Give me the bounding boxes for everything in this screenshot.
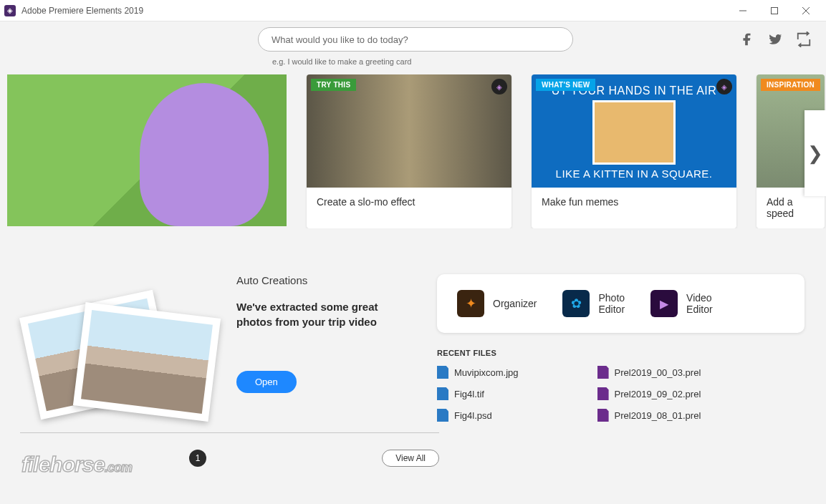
photo-editor-icon: ✿ [562, 290, 590, 317]
launch-video-editor[interactable]: ▶ VideoEditor [650, 290, 713, 317]
file-icon [437, 387, 448, 400]
chevron-right-icon: ❯ [807, 142, 823, 165]
polaroid-image [73, 302, 221, 422]
recent-col-left: Muvipixcom.jpg Fig4l.tif Fig4l.psd [437, 366, 519, 430]
file-icon [597, 409, 609, 422]
launch-photo-editor[interactable]: ✿ PhotoEditor [562, 290, 625, 317]
launch-organizer[interactable]: ✦ Organizer [457, 290, 537, 317]
recent-file[interactable]: Fig4l.psd [437, 409, 519, 422]
premiere-elements-icon: ◈ [491, 79, 507, 94]
launch-label: VideoEditor [686, 292, 713, 315]
card-caption: Make fun memes [532, 188, 736, 228]
auto-creations: Auto Creations We've extracted some grea… [236, 274, 416, 430]
recent-files: RECENT FILES Muvipixcom.jpg Fig4l.tif Fi… [437, 349, 805, 430]
share-icon[interactable] [796, 32, 812, 47]
badge-try-this: TRY THIS [311, 79, 356, 91]
badge-inspiration: INSPIRATION [761, 79, 820, 91]
recent-file[interactable]: Prel2019_08_01.prel [597, 409, 701, 422]
auto-creations-subtitle: We've extracted some great photos from y… [236, 299, 416, 329]
hero-image [140, 83, 269, 226]
file-icon [597, 387, 609, 400]
recent-file[interactable]: Muvipixcom.jpg [437, 366, 519, 379]
svg-rect-1 [772, 7, 778, 14]
titlebar: ◈ Adobe Premiere Elements 2019 [0, 0, 826, 21]
carousel-next-button[interactable]: ❯ [805, 110, 826, 196]
file-icon [437, 409, 448, 422]
card-slomo[interactable]: TRY THIS ◈ Create a slo-mo effect [307, 74, 512, 228]
carousel: TRY THIS ◈ Create a slo-mo effect WHAT'S… [0, 74, 826, 228]
page-indicator[interactable]: 1 [189, 450, 206, 467]
launch-label: PhotoEditor [598, 292, 625, 315]
window-minimize-button[interactable] [727, 0, 759, 21]
recent-file[interactable]: Fig4l.tif [437, 387, 519, 400]
launch-label: Organizer [493, 298, 537, 309]
header [0, 21, 826, 57]
auto-creations-thumbs [21, 289, 215, 425]
divider [20, 432, 439, 433]
search-input[interactable] [258, 27, 573, 52]
window-close-button[interactable] [790, 0, 822, 21]
file-icon [437, 366, 448, 379]
hero-tile[interactable] [7, 74, 287, 226]
launcher-panel: ✦ Organizer ✿ PhotoEditor ▶ VideoEditor [437, 274, 805, 333]
open-button[interactable]: Open [236, 371, 297, 393]
recent-files-heading: RECENT FILES [437, 349, 805, 357]
recent-file[interactable]: Prel2019_09_02.prel [597, 387, 701, 400]
video-editor-icon: ▶ [650, 290, 678, 317]
search-hint: e.g. I would like to make a greeting car… [272, 57, 826, 66]
premiere-elements-icon: ◈ [716, 79, 732, 94]
recent-file[interactable]: Prel2019_00_03.prel [597, 366, 701, 379]
facebook-icon[interactable] [739, 32, 754, 47]
lower-section: Auto Creations We've extracted some grea… [0, 274, 826, 430]
file-icon [597, 366, 609, 379]
card-caption: Create a slo-mo effect [307, 188, 512, 228]
recent-col-right: Prel2019_00_03.prel Prel2019_09_02.prel … [597, 366, 701, 430]
window-maximize-button[interactable] [759, 0, 790, 21]
meme-image [592, 100, 676, 165]
app-title: Adobe Premiere Elements 2019 [21, 6, 143, 16]
watermark: filehorse.com [21, 452, 132, 477]
meme-text-bottom: LIKE A KITTEN IN A SQUARE. [556, 168, 713, 180]
organizer-icon: ✦ [457, 290, 484, 317]
auto-creations-title: Auto Creations [236, 274, 416, 286]
app-icon: ◈ [4, 5, 16, 16]
card-memes[interactable]: WHAT'S NEW ◈ UT YOUR HANDS IN THE AIR LI… [532, 74, 736, 228]
twitter-icon[interactable] [767, 32, 783, 47]
badge-whats-new: WHAT'S NEW [536, 79, 595, 91]
view-all-button[interactable]: View All [382, 450, 439, 467]
right-panel: ✦ Organizer ✿ PhotoEditor ▶ VideoEditor … [437, 274, 805, 430]
